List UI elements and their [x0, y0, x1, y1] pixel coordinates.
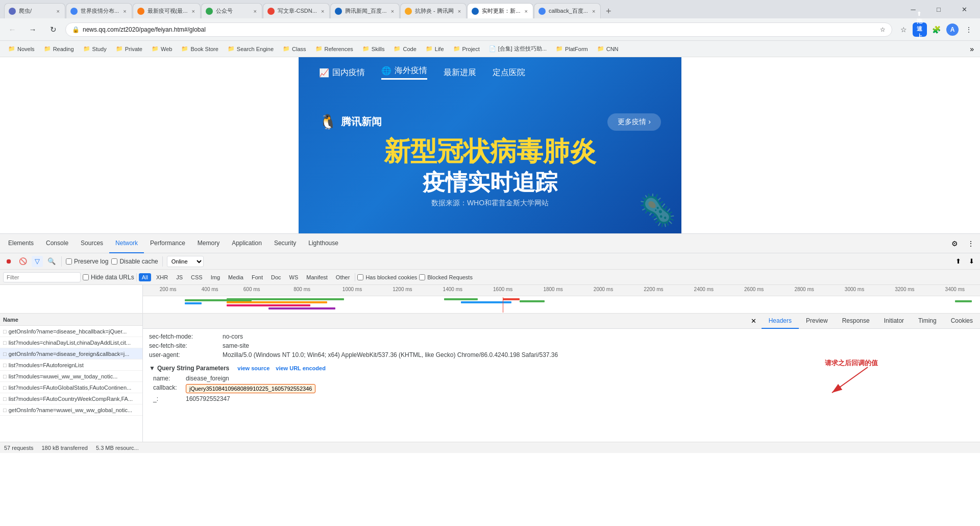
extensions-icon[interactable]: 🧩 — [929, 22, 943, 37]
tab-anti-covid[interactable]: 抗肺炎 - 腾讯网 × — [400, 3, 467, 18]
blocked-requests-checkbox[interactable] — [419, 274, 425, 280]
close-tab-btn[interactable]: × — [523, 7, 528, 15]
details-tab-headers[interactable]: Headers — [762, 314, 799, 329]
banner-nav-updates[interactable]: 最新进展 — [444, 67, 476, 78]
tab-wechat[interactable]: 公众号 × — [201, 3, 262, 18]
request-item-7[interactable]: □ list?modules=FAutoCountryWeekCompRank,… — [0, 393, 142, 404]
filter-img[interactable]: Img — [208, 273, 223, 281]
tab-tencent-news[interactable]: 腾讯新闻_百度... × — [330, 3, 400, 18]
filter-js[interactable]: JS — [173, 273, 186, 281]
blocked-requests-label[interactable]: Blocked Requests — [419, 274, 473, 280]
details-tab-initiator[interactable]: Initiator — [877, 314, 911, 329]
new-tab-button[interactable]: + — [601, 4, 616, 18]
close-tab-btn[interactable]: × — [56, 7, 61, 15]
close-tab-btn[interactable]: × — [190, 7, 195, 15]
request-item-6[interactable]: □ list?modules=FAutoGlobalStatis,FAutoCo… — [0, 382, 142, 393]
close-tab-btn[interactable]: × — [252, 7, 257, 15]
tab-sources[interactable]: Sources — [75, 234, 109, 253]
preserve-log-label[interactable]: Preserve log — [66, 258, 108, 265]
filter-css[interactable]: CSS — [188, 273, 206, 281]
tab-visual[interactable]: 最新疫可视(最... × — [133, 3, 201, 18]
tab-console[interactable]: Console — [40, 234, 75, 253]
bookmark-platform[interactable]: 📁 PlatForm — [552, 44, 592, 53]
request-item-3[interactable]: □ getOnsInfo?name=disease_foreign&callba… — [0, 348, 142, 360]
tab-world[interactable]: 世界疫情分布... × — [66, 3, 132, 18]
details-close-btn[interactable]: ✕ — [748, 316, 760, 327]
devtools-settings-icon[interactable]: ⚙ — [947, 236, 962, 251]
record-button[interactable]: ⏺ — [3, 256, 14, 267]
tab-csdn[interactable]: 写文章-CSDN... × — [263, 3, 330, 18]
filter-doc[interactable]: Doc — [268, 273, 284, 281]
details-tab-timing[interactable]: Timing — [911, 314, 944, 329]
tab-crawl[interactable]: 爬虫/ × — [4, 3, 65, 18]
url-bar[interactable]: 🔒 news.qq.com/zt2020/page/feiyan.htm#/gl… — [65, 22, 892, 37]
bookmarks-overflow-btn[interactable]: » — [968, 44, 976, 54]
more-news-button[interactable]: 更多疫情 › — [607, 113, 661, 131]
request-item-2[interactable]: □ list?modules=chinaDayList,chinaDayAddL… — [0, 337, 142, 348]
tab-lighthouse[interactable]: Lighthouse — [302, 234, 345, 253]
bookmark-private[interactable]: 📁 Private — [112, 44, 146, 53]
filter-font[interactable]: Font — [249, 273, 266, 281]
bookmark-project[interactable]: 📁 Project — [449, 44, 484, 53]
clear-button[interactable]: 🚫 — [17, 256, 29, 267]
bookmark-web[interactable]: 📁 Web — [148, 44, 176, 53]
bookmark-bookstore[interactable]: 📁 Book Store — [177, 44, 222, 53]
throttle-select[interactable]: Online Fast 3G Slow 3G Offline — [167, 256, 204, 267]
close-button[interactable]: ✕ — [952, 1, 976, 17]
export-har-btn[interactable]: ⬇ — [966, 256, 977, 267]
bookmark-references[interactable]: 📁 References — [311, 44, 357, 53]
tab-memory[interactable]: Memory — [191, 234, 226, 253]
refresh-button[interactable]: ↻ — [45, 21, 61, 38]
request-item-4[interactable]: □ list?modules=FAutoforeignList — [0, 360, 142, 371]
tab-application[interactable]: Application — [226, 234, 268, 253]
tab-performance[interactable]: Performance — [144, 234, 191, 253]
tab-network[interactable]: Network — [109, 234, 144, 253]
tab-realtime[interactable]: 实时更新：新... × — [467, 3, 533, 18]
disable-cache-checkbox[interactable] — [111, 258, 117, 265]
bookmark-tips[interactable]: 📄 [合集] 这些技巧助... — [485, 44, 551, 54]
bookmark-study[interactable]: 📁 Study — [79, 44, 111, 53]
profile-icon[interactable]: A — [945, 22, 960, 37]
tab-security[interactable]: Security — [268, 234, 302, 253]
request-item-8[interactable]: □ getOnsInfo?name=wuwei_ww_ww_global_not… — [0, 404, 142, 416]
bookmark-cnn[interactable]: 📁 CNN — [593, 44, 623, 53]
filter-toggle-btn[interactable]: ▽ — [32, 256, 43, 267]
bookmark-class[interactable]: 📁 Class — [279, 44, 310, 53]
maximize-button[interactable]: □ — [927, 1, 950, 17]
devtools-more-icon[interactable]: ⋮ — [964, 236, 978, 251]
filter-input[interactable] — [3, 272, 81, 282]
star-icon[interactable]: ☆ — [896, 22, 911, 37]
request-item-5[interactable]: □ list?modules=wuwei_ww_ww_today_notic..… — [0, 371, 142, 382]
details-tab-preview[interactable]: Preview — [799, 314, 835, 329]
tab-callback[interactable]: callback_百度... × — [534, 3, 601, 18]
details-tab-cookies[interactable]: Cookies — [944, 314, 980, 329]
details-tab-response[interactable]: Response — [835, 314, 877, 329]
more-options-icon[interactable]: ⋮ — [962, 22, 976, 37]
extension-upload-btn[interactable]: ⬆ 拖速上传 — [913, 22, 927, 37]
forward-button[interactable]: → — [24, 21, 41, 38]
hide-data-urls-checkbox[interactable] — [83, 274, 89, 280]
bookmark-code[interactable]: 📁 Code — [389, 44, 420, 53]
bookmark-reading[interactable]: 📁 Reading — [40, 44, 78, 53]
request-item-1[interactable]: □ getOnsInfo?name=disease_hbcallback=jQu… — [0, 326, 142, 337]
bookmark-life[interactable]: 📁 Life — [422, 44, 448, 53]
view-source-link[interactable]: view source — [237, 365, 270, 371]
search-button[interactable]: 🔍 — [46, 256, 57, 267]
close-tab-btn[interactable]: × — [320, 7, 325, 15]
bookmark-icon[interactable]: ☆ — [880, 26, 886, 33]
bookmark-skills[interactable]: 📁 Skills — [358, 44, 389, 53]
filter-other[interactable]: Other — [333, 273, 353, 281]
close-tab-btn[interactable]: × — [457, 7, 462, 15]
close-tab-btn[interactable]: × — [390, 7, 395, 15]
close-tab-btn[interactable]: × — [591, 7, 596, 15]
banner-nav-overseas[interactable]: 🌐 海外疫情 — [381, 65, 427, 80]
has-blocked-cookies-checkbox[interactable] — [357, 274, 363, 280]
close-tab-btn[interactable]: × — [122, 7, 127, 15]
filter-ws[interactable]: WS — [286, 273, 302, 281]
filter-manifest[interactable]: Manifest — [303, 273, 331, 281]
preserve-log-checkbox[interactable] — [66, 258, 72, 265]
bookmark-novels[interactable]: 📁 Novels — [4, 44, 39, 53]
has-blocked-cookies-label[interactable]: Has blocked cookies — [357, 274, 417, 280]
import-har-btn[interactable]: ⬆ — [952, 256, 964, 267]
back-button[interactable]: ← — [4, 21, 20, 38]
